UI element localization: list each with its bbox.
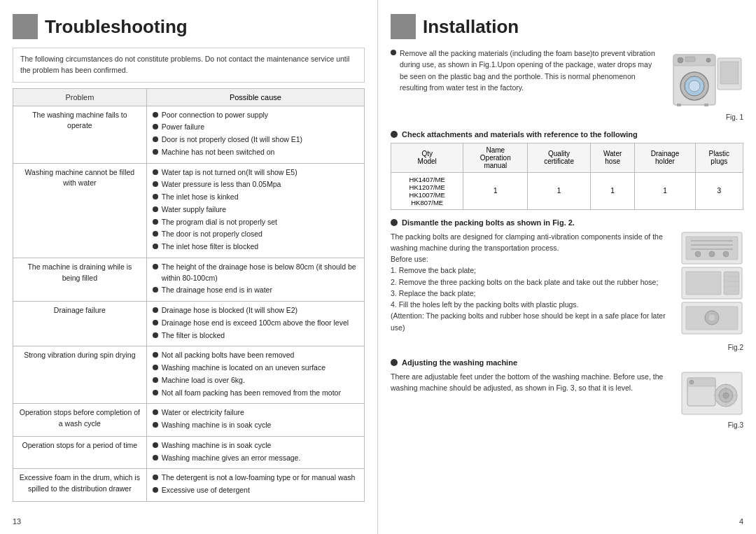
cause-item: The inlet hose filter is blocked (153, 241, 358, 253)
cause-text: The drainage hose end is in water (162, 285, 272, 296)
fig3-container: Fig.3 (680, 371, 743, 429)
install-intro-content: Remove all the packing materials (includ… (400, 48, 659, 93)
svg-point-29 (708, 314, 715, 321)
check-attachments-block: Check attachments and materials with ref… (391, 130, 743, 210)
svg-point-6 (706, 58, 710, 62)
bullet-icon (153, 409, 158, 415)
svg-rect-11 (720, 62, 738, 84)
svg-point-33 (690, 380, 694, 384)
svg-rect-21 (686, 272, 721, 295)
bullet-icon (153, 136, 158, 142)
cause-item: Machine load is over 6kg. (153, 375, 358, 386)
cause-item: The filter is blocked (153, 330, 358, 342)
adjust-text: There are adjustable feet under the bott… (391, 371, 675, 394)
troubleshooting-header: Troubleshooting (13, 14, 365, 39)
intro-text: The following circumstances do not const… (13, 48, 365, 83)
cause-text: Washing machine is in soak cycle (162, 440, 272, 451)
header-icon-box (13, 14, 38, 39)
cause-text: The detergent is not a low-foaming type … (162, 472, 356, 484)
bullet-icon (153, 244, 158, 249)
cause-item: Door is not properly closed (It will sho… (153, 134, 358, 146)
cause-item: The drainage hose end is in water (153, 285, 358, 296)
check-header: Check attachments and materials with ref… (391, 130, 743, 139)
cause-text: Excessive use of detergent (162, 485, 250, 496)
cause-cell: The height of the drainage hose is below… (146, 258, 364, 301)
check-col-water: Waterhose (590, 143, 634, 172)
bullet-icon (153, 181, 158, 187)
check-col-qty-model: QtyModel (391, 143, 463, 172)
cause-item: Washing machine is in soak cycle (153, 420, 358, 431)
col-problem-header: Problem (13, 88, 147, 106)
trouble-row: The machine is draining while is being f… (13, 258, 365, 301)
cause-text: Water supply failure (162, 204, 226, 216)
cause-text: Power failure (162, 122, 204, 133)
svg-point-19 (723, 251, 729, 257)
cause-item: The door is not properly closed (153, 229, 358, 240)
problem-cell: Drainage failure (13, 302, 147, 346)
bullet-icon (153, 287, 158, 293)
bullet-icon (153, 377, 158, 383)
cause-text: The inlet hose is kinked (162, 192, 239, 203)
svg-point-17 (695, 251, 701, 257)
check-table: QtyModel NameOperationmanual Qualitycert… (391, 143, 743, 210)
cause-text: The inlet hose filter is blocked (162, 241, 258, 253)
fig1-container: Fig. 1 (666, 48, 743, 123)
cause-text: Drainage hose is blocked (It will show E… (162, 305, 298, 316)
cause-text: The door is not properly closed (162, 229, 262, 240)
cause-text: Machine has not been switched on (162, 147, 275, 158)
cause-text: Washing machine is in soak cycle (162, 420, 272, 431)
cause-item: Drainage hose is blocked (It will show E… (153, 305, 358, 316)
bullet-icon (153, 149, 158, 155)
cause-cell: Not all packing bolts have been removedW… (146, 346, 364, 404)
trouble-row: Drainage failureDrainage hose is blocked… (13, 302, 365, 346)
problem-cell: Washing machine cannot be filled with wa… (13, 163, 147, 258)
adjust-content: There are adjustable feet under the bott… (391, 371, 743, 429)
install-intro-block: Remove all the packing materials (includ… (391, 48, 743, 123)
cause-text: Not all packing bolts have been removed (162, 350, 295, 361)
check-val-drainage: 1 (635, 172, 695, 209)
check-col-drainage: Drainageholder (635, 143, 695, 172)
page-number-left: 13 (13, 517, 21, 526)
cause-item: Water supply failure (153, 204, 358, 216)
fig3-label: Fig.3 (728, 421, 743, 429)
svg-point-5 (678, 57, 683, 63)
bullet-icon (153, 264, 158, 269)
cause-text: Water or electricity failure (162, 407, 244, 419)
bullet-icon (153, 219, 158, 225)
cause-text: The program dial is not properly set (162, 217, 277, 228)
cause-text: Machine load is over 6kg. (162, 375, 245, 386)
bullet-icon (153, 169, 158, 175)
adjust-bullet-icon (391, 359, 398, 366)
cause-item: Water or electricity failure (153, 407, 358, 419)
cause-text: The filter is blocked (162, 330, 225, 342)
cause-text: Water pressure is less than 0.05Mpa (162, 179, 281, 190)
dismantle-bullet-icon (391, 219, 398, 226)
bullet-icon (153, 442, 158, 448)
problem-cell: Operation stops for a period of time (13, 436, 147, 469)
cause-cell: Drainage hose is blocked (It will show E… (146, 302, 364, 346)
svg-point-4 (689, 80, 700, 92)
cause-item: Machine has not been switched on (153, 147, 358, 158)
check-val-plastic: 3 (695, 172, 743, 209)
cause-item: Poor connection to power supply (153, 110, 358, 121)
cause-item: The inlet hose is kinked (153, 192, 358, 203)
cause-cell: Water tap is not turned on(It will show … (146, 163, 364, 258)
cause-item: Water tap is not turned on(It will show … (153, 167, 358, 178)
bullet-icon (391, 50, 396, 55)
check-col-plastic: Plasticplugs (695, 143, 743, 172)
check-val-operation: 1 (463, 172, 528, 209)
problem-cell: The washing machine fails to operate (13, 106, 147, 163)
cause-item: Not all packing bolts have been removed (153, 350, 358, 361)
cause-cell: Water or electricity failureWashing mach… (146, 404, 364, 437)
cause-text: Washing machine is located on an uneven … (162, 363, 326, 374)
fig2-label: Fig.2 (728, 344, 743, 351)
fig1-image (670, 48, 743, 111)
cause-text: Not all foam packing has been removed fr… (162, 388, 341, 399)
installation-title: Installation (423, 16, 519, 38)
adjust-section: Adjusting the washing machine There are … (391, 358, 743, 429)
dismantle-content: The packing bolts are designed for clamp… (391, 231, 743, 351)
dismantle-section: Dismantle the packing bolts as shown in … (391, 218, 743, 351)
dismantle-header: Dismantle the packing bolts as shown in … (391, 218, 743, 227)
bullet-icon (153, 390, 158, 395)
svg-rect-8 (677, 104, 681, 106)
